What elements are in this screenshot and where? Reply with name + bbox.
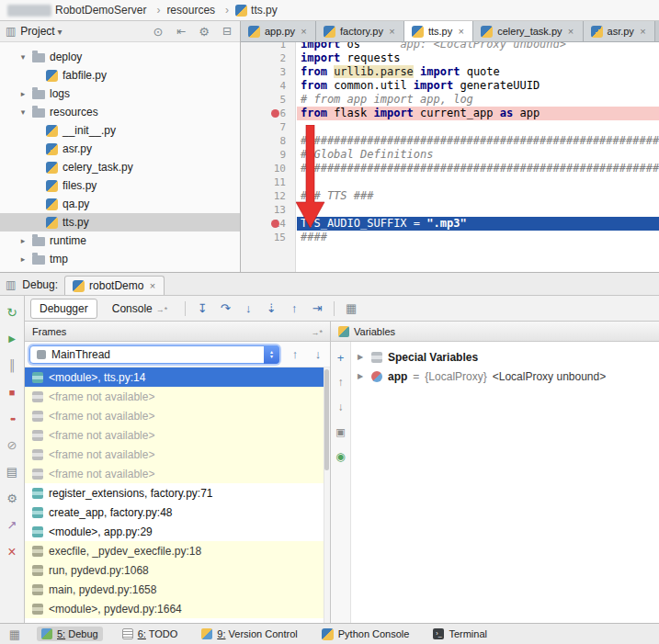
run-to-cursor-icon[interactable]: ⇥ <box>310 301 324 316</box>
close-tab-icon[interactable] <box>300 26 308 37</box>
rerun-icon[interactable]: ↻ <box>4 303 21 321</box>
step-into-icon[interactable]: ↓ <box>241 301 256 316</box>
prev-icon[interactable]: ↑ <box>334 375 348 390</box>
stack-frame-row[interactable]: execfile, _pydev_execfile.py:18 <box>25 541 330 560</box>
close-tab-icon[interactable] <box>639 26 647 37</box>
project-view-selector[interactable]: Project <box>20 25 62 38</box>
expand-arrow-icon[interactable] <box>358 372 366 380</box>
code-line[interactable]: ########################################… <box>297 162 659 175</box>
step-into-my-code-icon[interactable]: ⇣ <box>264 301 278 316</box>
tab-tts-py[interactable]: tts.py <box>404 21 473 41</box>
stack-frame-row[interactable]: <frame not available> <box>25 425 330 445</box>
tree-item[interactable]: deploy <box>0 48 240 66</box>
stack-frame-row[interactable]: <frame not available> <box>25 406 330 425</box>
snapshot-icon[interactable]: ◉ <box>334 449 348 464</box>
editor-code-area[interactable]: 123456789101112131415 import os app: <Lo… <box>241 42 659 272</box>
editor-gutter[interactable]: 123456789101112131415 <box>241 42 296 272</box>
code-line[interactable] <box>297 203 659 217</box>
tree-expand-icon[interactable] <box>18 236 28 245</box>
code-line[interactable]: ### TTS ### <box>297 189 659 203</box>
stack-frame-row[interactable]: register_extensions, factory.py:71 <box>25 483 330 503</box>
code-line[interactable]: #### <box>297 231 659 244</box>
statusbar-item-terminal[interactable]: Terminal <box>428 627 492 641</box>
code-line[interactable]: TTS_AUDIO_SUFFIX = ".mp3" <box>297 217 659 231</box>
tab-factory-py[interactable]: factory.py <box>316 21 404 41</box>
code-line[interactable]: import requests <box>297 51 659 65</box>
pin-output-icon[interactable] <box>156 302 168 315</box>
variables-row-special[interactable]: Special Variables <box>351 347 659 367</box>
settings-icon[interactable]: ⚙ <box>197 24 211 39</box>
resume-icon[interactable]: ▶ <box>4 330 21 347</box>
breakpoint-icon[interactable] <box>271 109 279 118</box>
locate-icon[interactable]: ⊙ <box>151 24 165 39</box>
code-line[interactable]: # Global Definitions <box>297 148 659 162</box>
step-over-icon[interactable]: ↷ <box>218 301 233 316</box>
debug-session-tab[interactable]: robotDemo <box>64 276 165 295</box>
stack-frame-row[interactable]: main, pydevd.py:1658 <box>25 580 330 599</box>
stack-frame-row[interactable]: <frame not available> <box>25 445 330 464</box>
dropdown-arrows-icon[interactable] <box>264 345 279 364</box>
tab-app-py[interactable]: app.py <box>241 21 316 41</box>
code-line[interactable] <box>297 175 659 189</box>
pause-icon[interactable]: ║ <box>4 356 21 374</box>
pin-icon[interactable]: ↗ <box>4 516 21 534</box>
close-icon[interactable]: × <box>4 543 21 560</box>
tool-window-switcher-icon[interactable] <box>7 627 22 641</box>
code-line[interactable] <box>297 120 659 134</box>
expand-arrow-icon[interactable] <box>358 353 366 361</box>
tree-expand-icon[interactable] <box>18 254 28 264</box>
statusbar-item-debug[interactable]: 5: Debug <box>37 627 103 641</box>
frames-scrollbar[interactable] <box>324 367 330 623</box>
tree-collapse-icon[interactable] <box>18 52 28 62</box>
stop-icon[interactable]: ■ <box>4 383 21 401</box>
statusbar-item-todo[interactable]: 6: TODO <box>118 627 183 641</box>
tree-collapse-icon[interactable] <box>18 107 28 117</box>
tree-expand-icon[interactable] <box>18 89 28 98</box>
statusbar-item-python-console[interactable]: Python Console <box>317 627 415 642</box>
stack-frame-row[interactable]: <frame not available> <box>25 387 330 406</box>
collapse-all-icon[interactable]: ⇤ <box>174 24 188 39</box>
previous-frame-icon[interactable]: ↑ <box>288 347 302 361</box>
tree-item[interactable]: qa.py <box>0 195 240 213</box>
tab-celery-task-py[interactable]: celery_task.py <box>473 21 583 41</box>
next-frame-icon[interactable]: ↓ <box>311 347 325 361</box>
tree-item[interactable]: asr.py <box>0 140 240 158</box>
tab-debugger[interactable]: Debugger <box>30 299 97 319</box>
variables-row-app[interactable]: app = {LocalProxy} <LocalProxy unbound> <box>351 367 659 386</box>
tree-item[interactable]: celery_task.py <box>0 158 240 176</box>
stack-frame-row[interactable]: <module>, app.py:29 <box>25 522 330 541</box>
code-line[interactable]: # from app import app, log <box>297 93 659 107</box>
tree-item[interactable]: resources <box>0 103 240 121</box>
stack-frame-row[interactable]: <module>, tts.py:14 <box>25 367 330 387</box>
code-line[interactable]: from flask import current_app as app <box>297 107 659 120</box>
stack-frame-row[interactable]: run, pydevd.py:1068 <box>25 560 330 580</box>
tree-item[interactable]: files.py <box>0 176 240 195</box>
tree-item[interactable]: fabfile.py <box>0 66 240 85</box>
next-icon[interactable]: ↓ <box>334 400 348 414</box>
tree-item[interactable]: logs <box>0 85 240 103</box>
stack-frame-row[interactable]: <frame not available> <box>25 464 330 483</box>
close-session-icon[interactable] <box>148 280 156 291</box>
breadcrumb-item-resources[interactable]: resources <box>166 4 235 17</box>
tab-console[interactable]: Console <box>104 299 176 318</box>
tree-item[interactable]: runtime <box>0 232 240 250</box>
tab-asr-py[interactable]: asr.py <box>584 21 655 41</box>
settings-icon[interactable]: ⚙ <box>4 490 21 507</box>
tree-item[interactable]: tts.py <box>0 213 240 232</box>
hide-icon[interactable]: ⊟ <box>220 24 234 39</box>
scrollbar-thumb[interactable] <box>324 369 329 470</box>
code-line[interactable]: from urllib.parse import quote <box>297 65 659 79</box>
breadcrumb-item-file[interactable]: tts.py <box>235 4 281 17</box>
tree-item[interactable]: __init__.py <box>0 121 240 140</box>
breadcrumb-item-project[interactable]: RobotDemoServer <box>55 4 166 17</box>
restore-layout-icon[interactable]: ▤ <box>4 463 21 480</box>
editor-code[interactable]: import os app: <LocalProxy unbound>impor… <box>297 42 659 272</box>
step-out-icon[interactable]: ↑ <box>287 301 301 316</box>
code-line[interactable]: import os app: <LocalProxy unbound> <box>297 42 659 51</box>
code-line[interactable]: from common.util import generateUUID <box>297 79 659 93</box>
stack-frame-row[interactable]: <module>, pydevd.py:1664 <box>25 599 330 618</box>
close-tab-icon[interactable] <box>457 26 465 37</box>
frames-pin-icon[interactable] <box>311 326 323 337</box>
view-breakpoints-icon[interactable]: ●● <box>4 410 21 427</box>
thread-selector[interactable]: MainThread <box>29 345 279 364</box>
